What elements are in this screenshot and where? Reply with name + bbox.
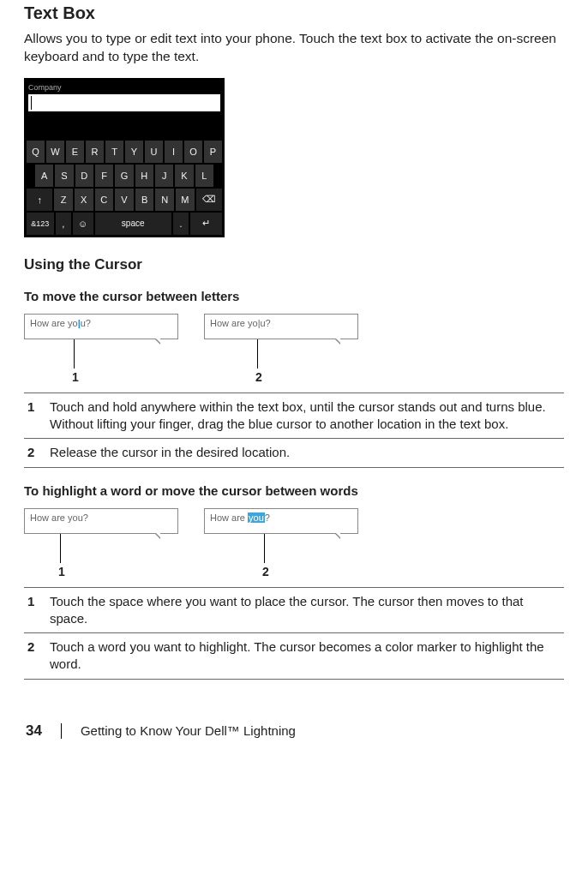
key-e[interactable]: E	[66, 141, 84, 163]
key-shift[interactable]	[27, 189, 52, 211]
callout-line	[74, 339, 75, 369]
key-t[interactable]: T	[105, 141, 123, 163]
callout-number-1: 1	[72, 370, 178, 384]
page-footer: 34 Getting to Know Your Dell™ Lightning	[24, 722, 564, 740]
key-m[interactable]: M	[176, 189, 195, 211]
illustration-letters: How are yo|u? 1 How are yo|u? 2	[24, 314, 564, 384]
chapter-title: Getting to Know Your Dell™ Lightning	[81, 723, 296, 738]
step-number: 1	[24, 393, 46, 439]
key-backspace[interactable]	[196, 189, 222, 211]
bubble-letters-1: How are yo|u?	[24, 314, 178, 339]
callout-number-2: 2	[255, 370, 358, 384]
key-v[interactable]: V	[115, 189, 134, 211]
bubble-text: How are yo	[210, 318, 258, 328]
key-s[interactable]: S	[55, 165, 73, 187]
onscreen-keyboard: Q W E R T Y U I O P A S D F G H J K L	[27, 141, 222, 235]
table-row: 2 Release the cursor in the desired loca…	[24, 439, 564, 467]
key-x[interactable]: X	[75, 189, 93, 211]
heading-highlight-words: To highlight a word or move the cursor b…	[24, 483, 564, 498]
bubble-letters-2: How are yo|u?	[204, 314, 358, 339]
highlighted-word: you	[248, 512, 265, 523]
key-z[interactable]: Z	[54, 189, 73, 211]
bubble-text-tail: u?	[261, 318, 271, 328]
bubble-words-1: How are you?	[24, 508, 178, 534]
steps-table-letters: 1 Touch and hold anywhere within the tex…	[24, 393, 564, 468]
step-text: Release the cursor in the desired locati…	[46, 439, 564, 467]
paragraph-text-box-desc: Allows you to type or edit text into you…	[24, 30, 564, 66]
key-emoji[interactable]	[73, 213, 93, 235]
callout-line	[264, 534, 265, 563]
key-d[interactable]: D	[75, 165, 93, 187]
page-number: 34	[26, 722, 42, 740]
key-q[interactable]: Q	[27, 141, 45, 163]
steps-table-words: 1 Touch the space where you want to plac…	[24, 587, 564, 680]
bubble-text-tail: u?	[81, 318, 91, 328]
key-space[interactable]: space	[95, 213, 171, 235]
table-row: 1 Touch and hold anywhere within the tex…	[24, 393, 564, 439]
step-number: 1	[24, 587, 46, 633]
key-l[interactable]: L	[195, 165, 213, 187]
key-u[interactable]: U	[145, 141, 163, 163]
key-h[interactable]: H	[135, 165, 153, 187]
footer-separator	[61, 723, 62, 739]
key-enter[interactable]	[190, 213, 222, 235]
key-k[interactable]: K	[175, 165, 193, 187]
bubble-text: How are you?	[30, 512, 88, 523]
heading-move-letters: To move the cursor between letters	[24, 289, 564, 303]
key-p[interactable]: P	[204, 141, 222, 163]
key-n[interactable]: N	[155, 189, 174, 211]
callout-number-1: 1	[58, 565, 178, 578]
bubble-text: How are yo	[30, 318, 78, 328]
table-row: 1 Touch the space where you want to plac…	[24, 587, 564, 633]
table-row: 2 Touch a word you want to highlight. Th…	[24, 633, 564, 680]
key-g[interactable]: G	[115, 165, 133, 187]
step-number: 2	[24, 633, 46, 680]
key-comma[interactable]: ,	[56, 213, 71, 235]
step-number: 2	[24, 439, 46, 467]
key-a[interactable]: A	[35, 165, 53, 187]
bubble-text-post: ?	[265, 512, 270, 523]
key-j[interactable]: J	[155, 165, 173, 187]
callout-line	[60, 534, 61, 563]
phone-text-input[interactable]	[28, 94, 220, 111]
key-period[interactable]: .	[173, 213, 189, 235]
bubble-text-pre: How are	[210, 512, 248, 523]
key-b[interactable]: B	[135, 189, 154, 211]
key-w[interactable]: W	[46, 141, 64, 163]
key-i[interactable]: I	[165, 141, 183, 163]
key-f[interactable]: F	[95, 165, 113, 187]
phone-field-label: Company	[27, 81, 222, 94]
phone-mock: Company Q W E R T Y U I O P A S D F	[24, 78, 225, 237]
heading-text-box: Text Box	[24, 3, 564, 23]
callout-number-2: 2	[262, 565, 358, 578]
key-symbols[interactable]: &123	[27, 213, 54, 235]
key-o[interactable]: O	[184, 141, 202, 163]
key-y[interactable]: Y	[125, 141, 143, 163]
key-c[interactable]: C	[95, 189, 114, 211]
key-r[interactable]: R	[86, 141, 104, 163]
step-text: Touch and hold anywhere within the text …	[46, 393, 564, 439]
bubble-words-2: How are you?	[204, 508, 358, 534]
illustration-words: How are you? 1 How are you? 2	[24, 508, 564, 578]
callout-line	[257, 339, 258, 369]
text-cursor	[31, 96, 32, 110]
step-text: Touch the space where you want to place …	[46, 587, 564, 633]
heading-using-cursor: Using the Cursor	[24, 256, 564, 273]
step-text: Touch a word you want to highlight. The …	[46, 633, 564, 680]
